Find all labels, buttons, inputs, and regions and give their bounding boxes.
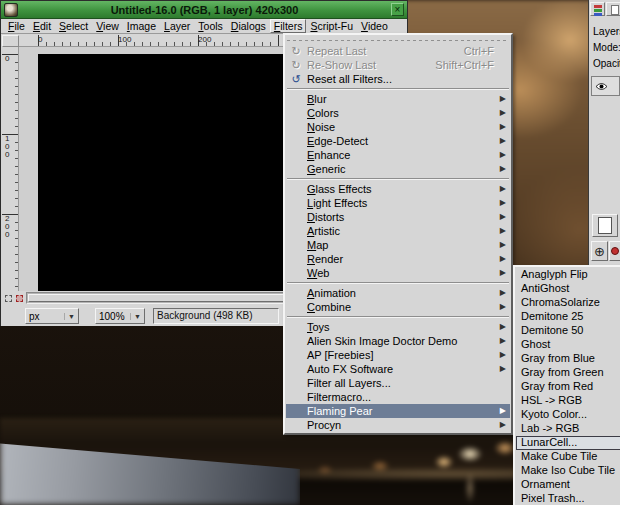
- menu-item-filtermacro[interactable]: Filtermacro...: [286, 390, 510, 404]
- menu-item-label: Artistic: [307, 224, 340, 238]
- submenu-item-lunarcell[interactable]: LunarCell...: [516, 436, 620, 450]
- menu-item-label: AP [Freebies]: [307, 348, 373, 362]
- submenu-item-gray-from-red[interactable]: Gray from Red: [516, 380, 620, 394]
- zoom-select[interactable]: 100% ▼: [95, 308, 145, 324]
- menubar-item-video[interactable]: Video: [357, 19, 392, 33]
- menu-item-label: Generic: [307, 162, 346, 176]
- menubar-item-select[interactable]: Select: [55, 19, 92, 33]
- submenu-arrow-icon: ▶: [496, 418, 506, 432]
- layer-row[interactable]: [591, 76, 620, 96]
- status-message: Background (498 KB): [153, 308, 279, 324]
- menu-item-animation[interactable]: Animation▶: [286, 286, 510, 300]
- status-text: Background (498 KB): [157, 310, 253, 321]
- submenu-item-demitone-50[interactable]: Demitone 50: [516, 324, 620, 338]
- submenu-arrow-icon: ▶: [496, 148, 506, 162]
- submenu-arrow-icon: ▶: [496, 300, 506, 314]
- menu-item-re-show-last[interactable]: ↻Re-Show LastShift+Ctrl+F: [286, 58, 510, 72]
- submenu-item-make-iso-cube-tile[interactable]: Make Iso Cube Tile: [516, 464, 620, 478]
- window-titlebar[interactable]: Untitled-16.0 (RGB, 1 layer) 420x300 ×: [1, 1, 407, 19]
- menu-item-blur[interactable]: Blur▶: [286, 92, 510, 106]
- menu-item-label: Noise: [307, 120, 335, 134]
- menubar-item-dialogs[interactable]: Dialogs: [227, 19, 270, 33]
- menu-item-ap-freebies[interactable]: AP [Freebies]▶: [286, 348, 510, 362]
- submenu-item-pixel-trash[interactable]: Pixel Trash...: [516, 492, 620, 505]
- submenu-item-ghost[interactable]: Ghost: [516, 338, 620, 352]
- menu-item-enhance[interactable]: Enhance▶: [286, 148, 510, 162]
- hruler-label: 200: [198, 36, 211, 44]
- submenu-item-make-cube-tile[interactable]: Make Cube Tile: [516, 450, 620, 464]
- menu-item-label: Filter all Layers...: [307, 376, 391, 390]
- menu-item-render[interactable]: Render▶: [286, 252, 510, 266]
- layers-tab-button[interactable]: [590, 2, 605, 16]
- menu-item-label: Reset all Filters...: [307, 72, 392, 86]
- menu-item-colors[interactable]: Colors▶: [286, 106, 510, 120]
- menu-item-edge-detect[interactable]: Edge-Detect▶: [286, 134, 510, 148]
- channels-tab-button[interactable]: [606, 2, 620, 16]
- move-tool-button[interactable]: ⊕: [591, 241, 608, 261]
- menubar-item-file[interactable]: File: [4, 19, 29, 33]
- submenu-item-anaglyph-flip[interactable]: Anaglyph Flip: [516, 268, 620, 282]
- submenu-item-gray-from-green[interactable]: Gray from Green: [516, 366, 620, 380]
- menubar-item-edit[interactable]: Edit: [29, 19, 55, 33]
- menu-item-map[interactable]: Map▶: [286, 238, 510, 252]
- menu-tearoff[interactable]: [287, 36, 509, 44]
- layers-tab-icon: [594, 5, 602, 8]
- menu-item-label: Repeat Last: [307, 44, 366, 58]
- submenu-item-antighost[interactable]: AntiGhost: [516, 282, 620, 296]
- menu-item-light-effects[interactable]: Light Effects▶: [286, 196, 510, 210]
- menu-item-toys[interactable]: Toys▶: [286, 320, 510, 334]
- quickmask-on-icon: [16, 295, 23, 302]
- menu-item-procyn[interactable]: Procyn▶: [286, 418, 510, 432]
- screen: Untitled-16.0 (RGB, 1 layer) 420x300 × F…: [0, 0, 620, 505]
- menu-item-label: Re-Show Last: [307, 58, 376, 72]
- submenu-item-kyoto-color[interactable]: Kyoto Color...: [516, 408, 620, 422]
- menu-item-label: Alien Skin Image Doctor Demo: [307, 334, 457, 348]
- menubar-item-view[interactable]: View: [92, 19, 123, 33]
- menubar-item-filters[interactable]: Filters: [270, 19, 307, 33]
- ruler-corner[interactable]: [2, 35, 19, 47]
- menu-item-flaming-pear[interactable]: Flaming Pear▶: [286, 404, 510, 418]
- quickmask-off-button[interactable]: [3, 292, 14, 304]
- menu-item-distorts[interactable]: Distorts▶: [286, 210, 510, 224]
- menu-item-alien-skin-image-doctor-demo[interactable]: Alien Skin Image Doctor Demo▶: [286, 334, 510, 348]
- menu-item-artistic[interactable]: Artistic▶: [286, 224, 510, 238]
- submenu-item-gray-from-blue[interactable]: Gray from Blue: [516, 352, 620, 366]
- anchor-tool-button[interactable]: [609, 241, 620, 261]
- menu-item-label: Map: [307, 238, 328, 252]
- menu-item-reset-all-filters[interactable]: ↺Reset all Filters...: [286, 72, 510, 86]
- menu-item-noise[interactable]: Noise▶: [286, 120, 510, 134]
- menu-item-generic[interactable]: Generic▶: [286, 162, 510, 176]
- window-close-button[interactable]: ×: [391, 3, 404, 16]
- quickmask-on-button[interactable]: [14, 292, 25, 304]
- menubar-item-layer[interactable]: Layer: [160, 19, 194, 33]
- submenu-item-lab-to-rgb[interactable]: Lab -> RGB: [516, 422, 620, 436]
- menu-item-shortcut: Shift+Ctrl+F: [435, 58, 506, 72]
- visibility-eye-icon[interactable]: [595, 77, 608, 95]
- hruler-label: 100: [118, 36, 131, 44]
- submenu-arrow-icon: ▶: [496, 162, 506, 176]
- new-layer-button[interactable]: [592, 214, 618, 237]
- channels-tab-icon: [611, 5, 619, 15]
- menu-item-web[interactable]: Web▶: [286, 266, 510, 280]
- menubar-item-script-fu[interactable]: Script-Fu: [306, 19, 357, 33]
- menu-item-label: Enhance: [307, 148, 350, 162]
- submenu-item-ornament[interactable]: Ornament: [516, 478, 620, 492]
- submenu-item-demitone-25[interactable]: Demitone 25: [516, 310, 620, 324]
- menu-item-filter-all-layers[interactable]: Filter all Layers...: [286, 376, 510, 390]
- menubar-item-image[interactable]: Image: [123, 19, 160, 33]
- menu-item-combine[interactable]: Combine▶: [286, 300, 510, 314]
- menu-item-glass-effects[interactable]: Glass Effects▶: [286, 182, 510, 196]
- menu-item-repeat-last[interactable]: ↻Repeat LastCtrl+F: [286, 44, 510, 58]
- submenu-item-chromasolarize[interactable]: ChromaSolarize: [516, 296, 620, 310]
- repeat-icon: ↻: [290, 45, 302, 57]
- menu-item-label: Colors: [307, 106, 339, 120]
- menu-item-auto-fx-software[interactable]: Auto FX Software▶: [286, 362, 510, 376]
- unit-select[interactable]: px ▼: [25, 308, 79, 324]
- submenu-item-hsl-to-rgb[interactable]: HSL -> RGB: [516, 394, 620, 408]
- quickmask-off-icon: [5, 295, 12, 302]
- vertical-ruler[interactable]: 0 100 200: [2, 47, 19, 291]
- flaming-pear-submenu: Anaglyph Flip AntiGhost ChromaSolarize D…: [513, 265, 620, 505]
- submenu-arrow-icon: ▶: [496, 362, 506, 376]
- menubar-item-tools[interactable]: Tools: [194, 19, 227, 33]
- submenu-arrow-icon: ▶: [496, 404, 506, 418]
